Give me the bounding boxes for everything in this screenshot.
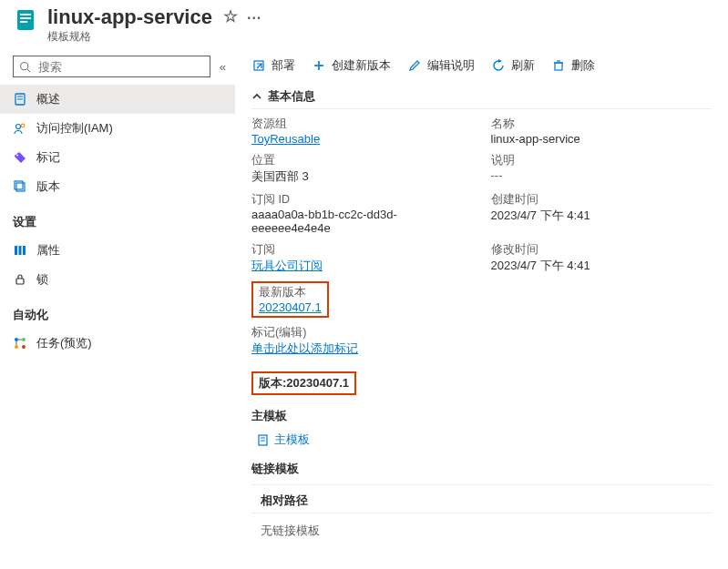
main-template-link[interactable]: 主模板 xyxy=(257,432,712,448)
delete-button[interactable]: 删除 xyxy=(551,57,595,74)
label-tags: 标记 xyxy=(251,326,275,339)
edit-description-button[interactable]: 编辑说明 xyxy=(407,57,475,74)
svg-rect-28 xyxy=(555,63,562,70)
search-input[interactable] xyxy=(36,59,204,75)
svg-point-10 xyxy=(21,125,25,128)
tasks-icon xyxy=(13,336,27,351)
value-modified: 2023/4/7 下午 4:41 xyxy=(491,258,713,274)
svg-point-18 xyxy=(15,338,18,341)
sidebar-item-label: 概述 xyxy=(36,91,60,107)
resource-group-link[interactable]: ToyReusable xyxy=(251,132,320,146)
deploy-button[interactable]: 部署 xyxy=(251,57,295,74)
value-description: --- xyxy=(491,168,713,182)
sidebar: « 概述 访问控制(IAM) 标记 xyxy=(0,48,235,569)
sidebar-item-locks[interactable]: 锁 xyxy=(0,265,235,294)
sidebar-item-tags[interactable]: 标记 xyxy=(0,143,235,172)
label-modified: 修改时间 xyxy=(491,242,713,258)
svg-point-19 xyxy=(22,338,26,341)
essentials-toggle[interactable]: 基本信息 xyxy=(251,85,712,109)
svg-rect-1 xyxy=(20,14,31,15)
sidebar-item-overview[interactable]: 概述 xyxy=(0,85,235,114)
command-bar: 部署 创建新版本 编辑说明 刷新 删除 xyxy=(251,57,712,74)
label-resource-group: 资源组 xyxy=(251,117,473,132)
search-icon xyxy=(19,61,31,73)
pencil-icon xyxy=(407,58,422,73)
latest-version-link[interactable]: 20230407.1 xyxy=(259,300,322,314)
tag-icon xyxy=(13,150,27,165)
svg-point-4 xyxy=(21,63,28,70)
deploy-icon xyxy=(251,58,266,73)
svg-rect-16 xyxy=(23,246,26,255)
label-subscription: 订阅 xyxy=(251,242,473,258)
sidebar-item-access-control[interactable]: 访问控制(IAM) xyxy=(0,114,235,143)
document-icon xyxy=(257,434,269,446)
sidebar-item-versions[interactable]: 版本 xyxy=(0,172,235,201)
svg-rect-15 xyxy=(19,246,22,255)
sidebar-section-automation: 自动化 xyxy=(0,294,235,329)
linked-templates-empty: 无链接模板 xyxy=(251,513,712,548)
refresh-button[interactable]: 刷新 xyxy=(491,57,535,74)
more-actions-icon[interactable]: ··· xyxy=(247,9,261,26)
main-template-heading: 主模板 xyxy=(251,408,712,424)
svg-rect-0 xyxy=(17,10,34,30)
sidebar-section-settings: 设置 xyxy=(0,201,235,236)
svg-line-25 xyxy=(257,64,261,68)
sidebar-item-label: 任务(预览) xyxy=(36,335,92,351)
value-location: 美国西部 3 xyxy=(251,168,473,185)
properties-icon xyxy=(13,243,27,258)
trash-icon xyxy=(551,58,566,73)
value-created: 2023/4/7 下午 4:41 xyxy=(491,208,713,224)
sidebar-item-tasks[interactable]: 任务(预览) xyxy=(0,329,235,358)
plus-icon xyxy=(312,58,326,73)
label-name: 名称 xyxy=(491,117,713,132)
subscription-link[interactable]: 玩具公司订阅 xyxy=(251,259,323,272)
sidebar-item-label: 标记 xyxy=(36,149,60,166)
label-location: 位置 xyxy=(251,153,473,168)
favorite-star-icon[interactable]: ☆ xyxy=(223,7,238,27)
value-subscription-id: aaaa0a0a-bb1b-cc2c-dd3d-eeeeee4e4e4e xyxy=(251,208,473,235)
svg-rect-13 xyxy=(15,181,23,189)
sidebar-item-label: 访问控制(IAM) xyxy=(36,120,113,137)
add-tags-link[interactable]: 单击此处以添加标记 xyxy=(251,341,358,355)
value-name: linux-app-service xyxy=(491,132,713,146)
svg-rect-2 xyxy=(20,17,31,19)
svg-rect-14 xyxy=(15,246,17,255)
label-description: 说明 xyxy=(491,153,713,168)
linked-templates-heading: 链接模板 xyxy=(251,461,712,477)
template-spec-icon xyxy=(13,7,38,33)
refresh-icon xyxy=(491,58,506,73)
chevron-up-icon xyxy=(251,91,262,102)
svg-rect-3 xyxy=(20,21,27,23)
svg-point-20 xyxy=(15,345,18,349)
tags-edit-link[interactable]: (编辑) xyxy=(275,326,306,339)
lock-icon xyxy=(13,272,27,287)
svg-point-21 xyxy=(22,345,26,349)
version-banner: 版本:20230407.1 xyxy=(251,371,356,395)
sidebar-search[interactable] xyxy=(13,56,210,77)
essentials-grid: 资源组 ToyReusable 名称 linux-app-service 位置 … xyxy=(251,117,712,362)
access-control-icon xyxy=(13,121,27,136)
svg-rect-17 xyxy=(16,279,24,284)
page-title: linux-app-service xyxy=(47,5,212,29)
linked-templates-column: 相对路径 xyxy=(251,484,712,513)
create-version-button[interactable]: 创建新版本 xyxy=(312,57,391,74)
label-created: 创建时间 xyxy=(491,192,713,208)
collapse-sidebar-icon[interactable]: « xyxy=(220,60,226,74)
sidebar-item-label: 锁 xyxy=(36,271,48,288)
svg-line-5 xyxy=(27,69,30,72)
svg-point-11 xyxy=(16,155,18,157)
sidebar-item-label: 属性 xyxy=(36,242,60,259)
overview-icon xyxy=(13,92,27,107)
main-content: 部署 创建新版本 编辑说明 刷新 删除 xyxy=(235,48,728,569)
sidebar-item-label: 版本 xyxy=(36,178,60,195)
versions-icon xyxy=(13,179,27,194)
sidebar-item-properties[interactable]: 属性 xyxy=(0,236,235,265)
svg-point-9 xyxy=(16,125,21,129)
page-subtitle: 模板规格 xyxy=(47,29,261,45)
label-subscription-id: 订阅 ID xyxy=(251,192,473,208)
page-header: linux-app-service ☆ ··· 模板规格 xyxy=(0,0,728,48)
label-latest-version: 最新版本 xyxy=(259,285,322,300)
svg-rect-12 xyxy=(16,183,25,191)
